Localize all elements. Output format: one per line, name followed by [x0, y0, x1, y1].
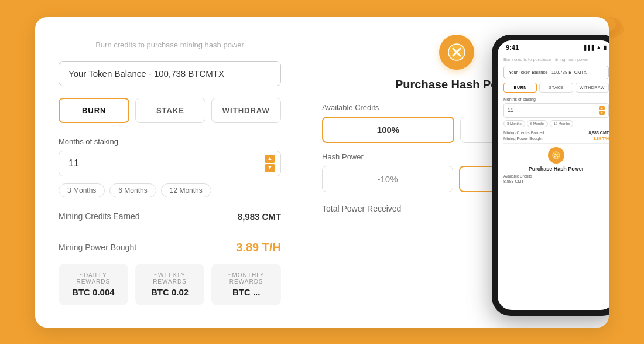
phone-mining-credits-label: Mining Credits Earned [503, 131, 544, 135]
phone-purchase-title: Purchase Hash Power [503, 166, 609, 172]
burn-button[interactable]: BURN [59, 98, 129, 123]
spinner-buttons: ▲ ▼ [265, 155, 275, 172]
phone-burn-btn[interactable]: BURN [503, 83, 537, 93]
phone-tag-6m[interactable]: 6 Months [527, 120, 549, 127]
phone-withdraw-btn[interactable]: WITHDRAW [576, 83, 609, 93]
right-panel: Purchase Hash Power Available Credits 10… [304, 17, 609, 328]
signal-icon: ▐▐▐ [583, 45, 594, 50]
weekly-reward-value: BTC 0.02 [141, 287, 199, 297]
available-credits-label: Available Credits [322, 103, 379, 112]
phone-months-row: 11 ▲ ▼ [503, 103, 609, 118]
months-input-wrap: ▲ ▼ [59, 151, 281, 176]
spinner-up[interactable]: ▲ [265, 155, 275, 163]
phone-tag-12m[interactable]: 12 Months [550, 120, 573, 127]
phone-status-icons: ▐▐▐ ▲ ▮ [583, 45, 607, 50]
phone-credits-value: 8,983 CMT [503, 179, 524, 183]
total-power-label: Total Power Received [322, 204, 401, 213]
weekly-reward-title: ~WEEKLY REWARDS [141, 272, 199, 285]
phone-action-buttons: BURN STAKE WITHDRAW [503, 83, 609, 93]
phone-token-balance: Your Token Balance - 100,738 BTCMTX [503, 66, 609, 79]
phone-mining-credits-value: 8,983 CMT [588, 131, 609, 135]
battery-icon: ▮ [604, 45, 607, 50]
monthly-reward-title: ~MONTHLY REWARDS [217, 272, 275, 285]
tag-6months[interactable]: 6 Months [109, 183, 156, 197]
phone-divider [503, 143, 609, 144]
tag-12months[interactable]: 12 Months [161, 183, 211, 197]
phone-subtitle: Burn credits to purchase mining hash pow… [503, 57, 609, 62]
phone-stake-btn[interactable]: STAKE [539, 83, 573, 93]
mining-credits-row: Mining Credits Earned 8,983 CMT [59, 212, 281, 222]
phone-content: Burn credits to purchase mining hash pow… [498, 52, 609, 310]
phone-spinner: ▲ ▼ [599, 106, 605, 115]
mining-power-label: Mining Power Bought [59, 243, 136, 252]
phone-month-tags: 3 Months 6 Months 12 Months [503, 120, 609, 127]
months-input[interactable] [59, 151, 281, 176]
wifi-icon: ▲ [596, 45, 601, 50]
phone-inner: 9:41 ▐▐▐ ▲ ▮ Burn credits to purchase mi… [498, 40, 609, 310]
daily-reward-card: ~DAILLY REWARDS BTC 0.004 [59, 264, 128, 305]
phone-mining-power-label: Mining Power Bought [503, 137, 543, 141]
mining-power-value: 3.89 T/H [236, 241, 281, 254]
daily-reward-value: BTC 0.004 [64, 287, 122, 297]
phone-outer: 9:41 ▐▐▐ ▲ ▮ Burn credits to purchase mi… [492, 35, 609, 316]
staking-label: Months of staking [59, 137, 281, 146]
spinner-down[interactable]: ▼ [265, 164, 275, 172]
monthly-reward-value: BTC ... [217, 287, 275, 297]
monthly-reward-card: ~MONTHLY REWARDS BTC ... [211, 264, 281, 305]
month-tags: 3 Months 6 Months 12 Months [59, 183, 281, 197]
phone-coin-svg [552, 151, 560, 159]
hash-neg-10-button[interactable]: -10% [322, 166, 453, 192]
phone-coin-icon [548, 147, 564, 164]
token-balance-display: Your Token Balance - 100,738 BTCMTX [59, 61, 281, 86]
mining-credits-label: Mining Credits Earned [59, 212, 140, 221]
credit-100-button[interactable]: 100% [322, 117, 454, 143]
phone-mockup: 9:41 ▐▐▐ ▲ ▮ Burn credits to purchase mi… [492, 35, 609, 316]
phone-staking-label: Months of staking [503, 97, 609, 101]
daily-reward-title: ~DAILLY REWARDS [64, 272, 122, 285]
phone-mining-credits-row: Mining Credits Earned 8,983 CMT [503, 131, 609, 135]
coin-icon [439, 35, 474, 70]
phone-statusbar: 9:41 ▐▐▐ ▲ ▮ [498, 40, 609, 52]
tag-3months[interactable]: 3 Months [59, 183, 105, 197]
stake-button[interactable]: STAKE [135, 98, 205, 123]
withdraw-button[interactable]: WITHDRAW [211, 98, 281, 123]
rewards-row: ~DAILLY REWARDS BTC 0.004 ~WEEKLY REWARD… [59, 264, 281, 305]
phone-credits-value-row: 8,983 CMT [503, 179, 609, 183]
phone-spinner-up[interactable]: ▲ [599, 106, 605, 110]
mining-power-row: Mining Power Bought 3.89 T/H [59, 241, 281, 254]
main-card: Burn credits to purchase mining hash pow… [35, 17, 609, 328]
phone-time: 9:41 [506, 44, 519, 51]
phone-available-credits-label: Available Credits [503, 174, 609, 178]
mining-credits-value: 8,983 CMT [238, 212, 281, 222]
phone-months-value: 11 [508, 107, 513, 113]
weekly-reward-card: ~WEEKLY REWARDS BTC 0.02 [135, 264, 205, 305]
phone-mining-power-row: Mining Power Bought 3.89 T/H [503, 137, 609, 141]
phone-spinner-down[interactable]: ▼ [599, 111, 605, 115]
coin-svg [447, 43, 466, 62]
subtitle: Burn credits to purchase mining hash pow… [59, 40, 281, 49]
phone-mining-power-value: 3.89 T/H [593, 137, 609, 141]
hash-power-label: Hash Power [322, 152, 364, 161]
phone-tag-3m[interactable]: 3 Months [503, 120, 525, 127]
left-panel: Burn credits to purchase mining hash pow… [35, 17, 304, 328]
divider [59, 231, 281, 231]
action-buttons: BURN STAKE WITHDRAW [59, 98, 281, 123]
